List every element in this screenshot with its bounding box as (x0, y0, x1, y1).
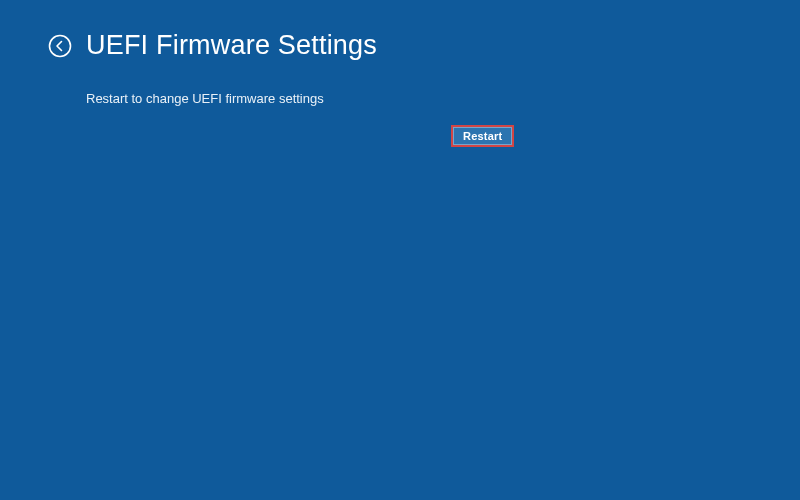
header: UEFI Firmware Settings (0, 0, 800, 61)
page-title: UEFI Firmware Settings (86, 30, 377, 61)
svg-point-0 (50, 35, 71, 56)
back-icon[interactable] (48, 34, 72, 58)
restart-button[interactable]: Restart (451, 125, 514, 147)
description-text: Restart to change UEFI firmware settings (0, 61, 800, 106)
